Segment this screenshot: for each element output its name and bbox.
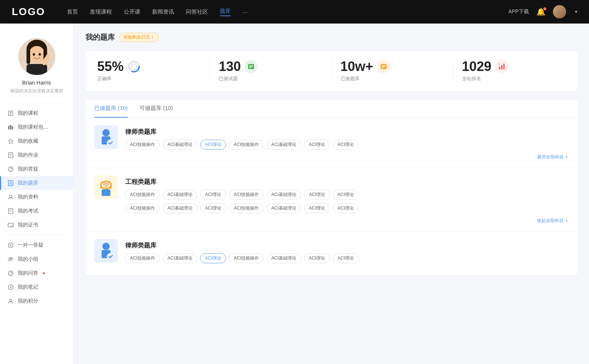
nav-news[interactable]: 新闻资讯 (152, 8, 174, 15)
avatar (18, 38, 55, 75)
qbank-item-lawyer2: 律师类题库 ACI技能操作 ACI基础理论 ACI理论 ACI技能操作 ACI基… (85, 232, 577, 275)
stats-card: 55% 正确率 130 (85, 51, 577, 91)
avatar-svg (18, 38, 55, 75)
sidebar-item-homework[interactable]: 我的作业 (0, 148, 73, 162)
l2-tag-3[interactable]: ACI技能操作 (229, 253, 264, 263)
eng-tag-8[interactable]: ACI基础理论 (163, 203, 197, 213)
eng-tag-5[interactable]: ACI理论 (304, 190, 330, 200)
tag-0[interactable]: ACI技能操作 (125, 140, 160, 150)
qbank-title-lawyer2: 律师类题库 (125, 239, 359, 250)
logo[interactable]: LOGO (12, 6, 45, 18)
eng-tag-2[interactable]: ACI理论 (200, 190, 226, 200)
trial-badge: 体验剩余23天！ (119, 33, 159, 42)
tag-5[interactable]: ACI理论 (304, 140, 330, 150)
tab-done[interactable]: 已做题库 (10) (94, 100, 128, 118)
svg-rect-14 (8, 126, 10, 129)
sidebar-item-group[interactable]: 我的小组 (0, 252, 73, 266)
nav-more[interactable]: ··· (243, 9, 247, 15)
stat-qbank-label: 已做题库 (341, 75, 360, 82)
eng-tag-7[interactable]: ACI技能操作 (125, 203, 160, 213)
eng-tag-0[interactable]: ACI技能操作 (125, 190, 160, 200)
tab-available[interactable]: 可做题库 (10) (140, 100, 173, 118)
sidebar-item-course[interactable]: 我的课程 (0, 106, 73, 120)
eng-tag-10[interactable]: ACI技能操作 (229, 203, 264, 213)
nav-discover[interactable]: 发现课程 (90, 8, 112, 15)
tag-6[interactable]: ACI理论 (333, 140, 359, 150)
qbank-info-engineer1: 工程类题库 ACI技能操作 ACI基础理论 ACI理论 ACI技能操作 ACI基… (125, 175, 568, 213)
sidebar-item-question[interactable]: ? 我的问答 (0, 266, 73, 280)
sidebar-label-notes: 我的笔记 (18, 284, 38, 290)
list-orange-icon (377, 60, 390, 73)
cert-icon (7, 222, 14, 228)
engineer1-icon (94, 175, 118, 199)
sidebar-label-question: 我的问答 (18, 270, 38, 276)
l2-tag-2[interactable]: ACI理论 (200, 253, 226, 263)
user-avatar[interactable] (553, 5, 566, 18)
tag-4[interactable]: ACI基础理论 (267, 140, 301, 150)
qbank-item-engineer1: 工程类题库 ACI技能操作 ACI基础理论 ACI理论 ACI技能操作 ACI基… (85, 168, 577, 232)
bell-dot (543, 7, 546, 10)
eng-tag-3[interactable]: ACI技能操作 (229, 190, 264, 200)
eng-tag-9[interactable]: ACI理论 (200, 203, 226, 213)
eng-tag-13[interactable]: ACI理论 (333, 203, 359, 213)
user-name: Brian Harris (7, 79, 66, 86)
sidebar-label-cert: 我的证书 (18, 222, 38, 228)
l2-tag-1[interactable]: ACI基础理论 (163, 253, 197, 263)
eng-tag-4[interactable]: ACI基础理论 (267, 190, 301, 200)
sidebar-label-answer: 我的答疑 (18, 166, 38, 172)
sidebar-divider2 (6, 235, 67, 235)
list-green-icon (244, 60, 258, 73)
stat-accuracy-value: 55% (97, 60, 124, 73)
svg-point-64 (103, 181, 109, 187)
svg-rect-16 (12, 126, 13, 129)
sidebar-item-tutor[interactable]: 一对一答疑 (0, 238, 73, 252)
sidebar-item-answer[interactable]: ? 我的答疑 (0, 162, 73, 176)
sidebar-item-exam[interactable]: 我的考试 (0, 204, 73, 218)
svg-point-35 (10, 245, 11, 246)
expand-lawyer1[interactable]: 展开全部科目 ∨ (94, 154, 568, 160)
eng-tag-1[interactable]: ACI基础理论 (163, 190, 197, 200)
sidebar-item-qbank[interactable]: 我的题库 (0, 176, 73, 190)
svg-rect-5 (27, 64, 47, 75)
sidebar-item-collect[interactable]: 我的收藏 (0, 134, 73, 148)
nav-home[interactable]: 首页 (67, 8, 78, 15)
tag-3[interactable]: ACI技能操作 (229, 140, 264, 150)
question-icon: ? (7, 270, 14, 276)
qbank-info-lawyer2: 律师类题库 ACI技能操作 ACI基础理论 ACI理论 ACI技能操作 ACI基… (125, 239, 359, 263)
svg-rect-65 (102, 189, 110, 196)
nav-open[interactable]: 公开课 (124, 8, 140, 15)
eng-tag-11[interactable]: ACI基础理论 (267, 203, 301, 213)
tag-2[interactable]: ACI理论 (200, 140, 226, 150)
sidebar-item-package[interactable]: 我的课程包... (0, 120, 73, 134)
l2-tag-6[interactable]: ACI理论 (333, 253, 359, 263)
stat-rank-main: 1029 (462, 60, 508, 73)
sidebar-label-course: 我的课程 (18, 110, 38, 117)
tag-1[interactable]: ACI基础理论 (163, 140, 197, 150)
qbank-tags-lawyer1: ACI技能操作 ACI基础理论 ACI理论 ACI技能操作 ACI基础理论 AC… (125, 140, 359, 150)
nav-qbank[interactable]: 题库 (220, 8, 231, 16)
eng-tag-6[interactable]: ACI理论 (333, 190, 359, 200)
content-area: 律师类题库 ACI技能操作 ACI基础理论 ACI理论 ACI技能操作 ACI基… (85, 118, 577, 275)
sidebar-item-points[interactable]: 我的积分 (0, 294, 73, 308)
eng-tag-12[interactable]: ACI理论 (304, 203, 330, 213)
sidebar-item-notes[interactable]: 我的笔记 (0, 280, 73, 294)
qbank-tags-engineer1-row1: ACI技能操作 ACI基础理论 ACI理论 ACI技能操作 ACI基础理论 AC… (125, 190, 568, 200)
notes-icon (7, 284, 14, 290)
user-motto: 错误的决定比没有决定要好 (7, 88, 66, 94)
stat-done-qbank: 10w+ 已做题库 (341, 60, 444, 82)
app-download[interactable]: APP下载 (508, 8, 529, 15)
svg-rect-3 (27, 49, 30, 64)
collapse-engineer1[interactable]: 收起全部科目 ∧ (94, 218, 568, 224)
l2-tag-5[interactable]: ACI理论 (304, 253, 330, 263)
svg-point-58 (102, 129, 110, 136)
l2-tag-0[interactable]: ACI技能操作 (125, 253, 160, 263)
avatar-chevron[interactable]: ▾ (575, 9, 577, 14)
svg-point-37 (11, 258, 13, 260)
l2-tag-4[interactable]: ACI基础理论 (267, 253, 301, 263)
notification-bell[interactable]: 🔔 (536, 7, 546, 16)
sidebar-item-profile[interactable]: 我的资料 (0, 190, 73, 204)
svg-point-68 (107, 253, 114, 260)
sidebar-label-tutor: 一对一答疑 (18, 242, 43, 249)
sidebar-item-cert[interactable]: 我的证书 (0, 218, 73, 232)
nav-qa[interactable]: 问答社区 (186, 8, 208, 15)
